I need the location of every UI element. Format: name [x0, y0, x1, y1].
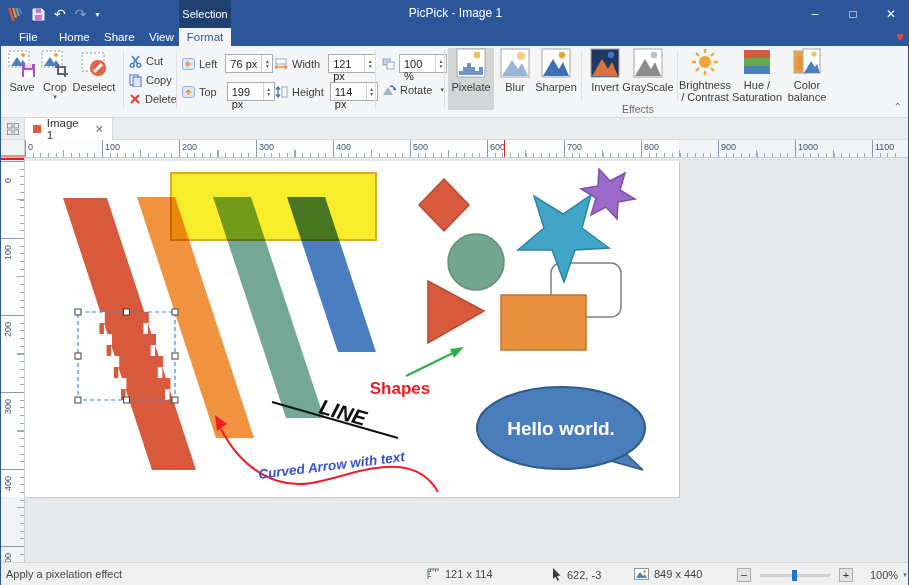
tab-close-icon[interactable]: ✕: [95, 123, 104, 136]
zoom-dropdown-icon[interactable]: ▾: [903, 571, 907, 579]
save-button[interactable]: Save: [6, 49, 38, 109]
grayscale-button[interactable]: GrayScale: [623, 48, 673, 110]
invert-label: Invert: [591, 81, 619, 93]
top-label: Top: [199, 86, 217, 98]
diamond-shape: [419, 179, 469, 231]
top-spinner[interactable]: ▲▼: [263, 83, 274, 100]
h-ruler-label: 1100: [875, 142, 894, 152]
left-spinner[interactable]: ▲▼: [261, 55, 272, 72]
left-input[interactable]: 76 px ▲▼: [225, 54, 273, 73]
h-ruler-label: 500: [413, 142, 428, 152]
document-tab-bar: Image 1 ✕: [1, 118, 909, 140]
color-balance-button[interactable]: Color balance: [785, 48, 829, 110]
width-value[interactable]: 121 px: [329, 55, 364, 72]
tab-format[interactable]: Format: [179, 28, 231, 46]
effects-group-label: Effects: [448, 103, 828, 115]
brightness-contrast-button[interactable]: Brightness / Contrast: [681, 48, 729, 110]
top-input[interactable]: 199 px ▲▼: [227, 82, 275, 101]
h-ruler-label: 900: [721, 142, 736, 152]
hue-saturation-icon: [743, 48, 771, 76]
h-ruler-label: 600: [490, 142, 505, 152]
grayscale-icon: [633, 48, 663, 78]
grayscale-label: GrayScale: [622, 81, 673, 93]
crop-button[interactable]: Crop ▾: [39, 49, 71, 109]
height-label: Height: [292, 86, 324, 98]
minimize-button[interactable]: –: [796, 0, 834, 28]
height-value[interactable]: 114 px: [331, 83, 366, 100]
rotate-icon: [382, 84, 396, 96]
tab-share[interactable]: Share: [94, 28, 145, 46]
selection-size-item: 121 x 114: [427, 568, 493, 580]
invert-button[interactable]: Invert: [586, 48, 624, 110]
left-value[interactable]: 76 px: [226, 55, 261, 72]
brightness-icon: [691, 48, 719, 76]
blur-button[interactable]: Blur: [497, 48, 533, 110]
tab-file[interactable]: File: [9, 28, 48, 46]
tab-view[interactable]: View: [139, 28, 184, 46]
close-button[interactable]: ✕: [872, 0, 909, 28]
zoom-out-button[interactable]: −: [737, 568, 751, 582]
zoom-slider-thumb[interactable]: [792, 570, 797, 581]
image-size-item: 849 x 440: [634, 568, 702, 580]
left-label: Left: [199, 58, 217, 70]
heart-icon[interactable]: ♥: [896, 29, 904, 44]
window-layout-button[interactable]: [1, 118, 25, 140]
zoom-value[interactable]: 100 %: [400, 55, 435, 72]
zoom-controls: − + 100% ▾: [737, 568, 907, 582]
ribbon-tab-row: File Home Share View Format ♥: [1, 28, 909, 46]
save-icon: [7, 49, 37, 79]
shapes-label: Shapes: [370, 379, 430, 398]
vertical-ruler-cursor-marker: [1, 158, 24, 160]
title-bar: ↶ ↷ ▾ PicPick - Image 1 Selection – □ ✕: [1, 0, 909, 28]
bubble-label: Hello world.: [507, 418, 615, 439]
h-ruler-label: 1000: [798, 142, 818, 152]
zoom-input[interactable]: 100 % ▲▼: [399, 54, 447, 73]
color-balance-icon: [793, 48, 821, 76]
rotate-label: Rotate: [400, 84, 432, 96]
rotate-button[interactable]: Rotate ▾: [382, 84, 444, 96]
status-bar: Apply a pixelation effect 121 x 114 622,…: [1, 562, 909, 585]
pixelate-button[interactable]: Pixelate: [448, 48, 494, 110]
hue-saturation-button[interactable]: Hue / Saturation: [731, 48, 783, 110]
image-canvas[interactable]: Shapes LINE Curved Arrow with text Hello…: [25, 161, 679, 497]
zoom-percent[interactable]: 100%: [870, 569, 898, 581]
pixelate-label: Pixelate: [451, 81, 490, 93]
h-ruler-label: 200: [182, 142, 197, 152]
top-position-icon: [182, 86, 195, 98]
copy-icon: [129, 74, 142, 87]
cut-button[interactable]: Cut: [129, 53, 163, 69]
yellow-rectangle: [171, 173, 376, 240]
width-input[interactable]: 121 px ▲▼: [328, 54, 376, 73]
ruler-cursor-marker-y: [1, 155, 25, 157]
width-spinner[interactable]: ▲▼: [364, 55, 375, 72]
width-field-row: Width 121 px ▲▼: [274, 54, 376, 73]
deselect-button[interactable]: Deselect: [71, 49, 117, 109]
v-ruler-label: 200: [3, 322, 13, 337]
copy-button[interactable]: Copy: [129, 72, 172, 88]
cursor-icon: [551, 568, 562, 581]
invert-icon: [590, 48, 620, 78]
editor-workspace[interactable]: Shapes LINE Curved Arrow with text Hello…: [25, 158, 909, 562]
crop-label: Crop: [43, 81, 67, 93]
contextual-tab-group: Selection: [179, 0, 231, 28]
v-ruler-label: 300: [3, 399, 13, 414]
top-value[interactable]: 199 px: [228, 83, 263, 100]
cut-label: Cut: [146, 55, 163, 67]
maximize-button[interactable]: □: [834, 0, 872, 28]
tab-home[interactable]: Home: [49, 28, 100, 46]
zoom-slider[interactable]: [760, 574, 830, 577]
h-ruler-label: 700: [567, 142, 582, 152]
delete-button[interactable]: Delete: [129, 91, 177, 107]
zoom-in-button[interactable]: +: [839, 568, 853, 582]
brightness-label1: Brightness: [679, 79, 731, 91]
ruler-cursor-marker-x: [504, 140, 505, 157]
delete-icon: [129, 93, 141, 105]
deselect-label: Deselect: [73, 81, 116, 93]
width-icon: [274, 58, 288, 70]
tab-image1[interactable]: Image 1 ✕: [25, 118, 113, 140]
collapse-ribbon-icon[interactable]: ⌃: [894, 101, 902, 112]
document-icon: [33, 125, 41, 133]
height-input[interactable]: 114 px ▲▼: [330, 82, 378, 101]
sharpen-button[interactable]: Sharpen: [535, 48, 577, 110]
selection-size-icon: [427, 568, 440, 580]
